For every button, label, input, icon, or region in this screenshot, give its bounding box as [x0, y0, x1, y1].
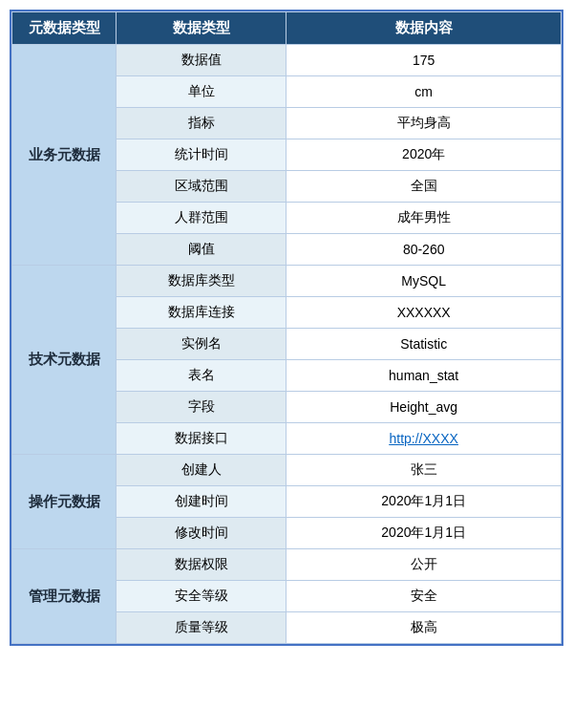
- header-meta-type: 元数据类型: [12, 12, 117, 45]
- data-type-cell: 数据接口: [117, 423, 286, 455]
- meta-type-cell: 管理元数据: [12, 549, 117, 644]
- data-type-cell: 实例名: [117, 329, 286, 360]
- data-type-cell: 安全等级: [117, 581, 286, 612]
- data-type-cell: 质量等级: [117, 612, 286, 644]
- data-content-cell: 2020年1月1日: [286, 486, 562, 518]
- data-content-cell: human_stat: [286, 360, 562, 392]
- data-content-cell: MySQL: [286, 266, 562, 297]
- data-type-cell: 修改时间: [117, 518, 286, 549]
- data-content-cell: Statistic: [286, 329, 562, 360]
- data-type-cell: 阈值: [117, 234, 286, 266]
- data-type-cell: 区域范围: [117, 171, 286, 203]
- data-type-cell: 指标: [117, 108, 286, 139]
- meta-type-cell: 技术元数据: [12, 266, 117, 455]
- data-content-cell: 极高: [286, 612, 562, 644]
- table-row: 操作元数据创建人张三: [12, 455, 562, 486]
- data-type-cell: 创建时间: [117, 486, 286, 518]
- data-type-cell: 表名: [117, 360, 286, 392]
- table-row: 管理元数据数据权限公开: [12, 549, 562, 581]
- data-content-cell: 安全: [286, 581, 562, 612]
- data-content-cell: Height_avg: [286, 392, 562, 423]
- table-row: 技术元数据数据库类型MySQL: [12, 266, 562, 297]
- header-data-content: 数据内容: [286, 12, 562, 45]
- header-data-type: 数据类型: [117, 12, 286, 45]
- data-type-cell: 数据权限: [117, 549, 286, 581]
- data-type-cell: 单位: [117, 76, 286, 108]
- meta-type-cell: 操作元数据: [12, 455, 117, 549]
- data-link[interactable]: http://XXXX: [389, 431, 457, 446]
- data-content-cell: 全国: [286, 171, 562, 203]
- data-content-cell: 平均身高: [286, 108, 562, 139]
- data-type-cell: 字段: [117, 392, 286, 423]
- meta-type-cell: 业务元数据: [12, 45, 117, 266]
- data-content-cell: cm: [286, 76, 562, 108]
- data-content-cell: 2020年1月1日: [286, 518, 562, 549]
- data-content-cell: 张三: [286, 455, 562, 486]
- data-type-cell: 创建人: [117, 455, 286, 486]
- data-type-cell: 数据库连接: [117, 297, 286, 329]
- table-row: 业务元数据数据值175: [12, 45, 562, 76]
- data-content-cell: XXXXXX: [286, 297, 562, 329]
- data-content-cell: 175: [286, 45, 562, 76]
- data-content-cell: 80-260: [286, 234, 562, 266]
- data-type-cell: 统计时间: [117, 139, 286, 171]
- data-content-cell: 成年男性: [286, 203, 562, 234]
- metadata-table: 元数据类型 数据类型 数据内容 业务元数据数据值175单位cm指标平均身高统计时…: [11, 11, 562, 644]
- data-type-cell: 数据值: [117, 45, 286, 76]
- data-content-cell: 公开: [286, 549, 562, 581]
- table-header-row: 元数据类型 数据类型 数据内容: [12, 12, 562, 45]
- data-type-cell: 人群范围: [117, 203, 286, 234]
- data-type-cell: 数据库类型: [117, 266, 286, 297]
- data-content-cell: 2020年: [286, 139, 562, 171]
- data-content-cell[interactable]: http://XXXX: [286, 423, 562, 455]
